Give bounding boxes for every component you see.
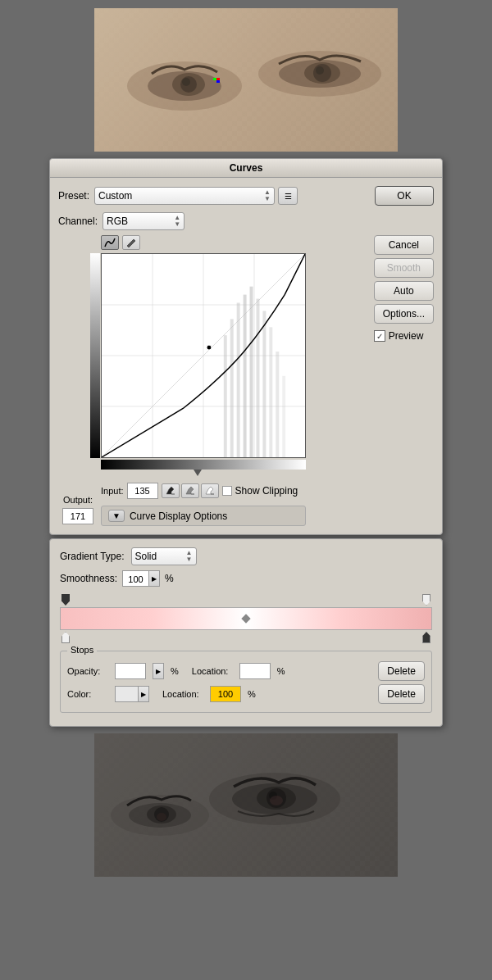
svg-rect-19 — [224, 335, 227, 457]
gradient-type-select[interactable]: Solid ▲▼ — [131, 547, 197, 565]
gradient-midpoint[interactable] — [241, 614, 250, 623]
gradient-type-label: Gradient Type: — [60, 551, 125, 562]
disclosure-arrow[interactable]: ▼ — [108, 510, 125, 522]
smoothness-pct: % — [165, 573, 174, 584]
channel-select[interactable]: RGB ▲▼ — [102, 212, 184, 230]
opacity-location-label: Location: — [192, 666, 233, 676]
svg-rect-42 — [94, 733, 398, 877]
svg-rect-11 — [94, 8, 193, 74]
color-location-pct: % — [248, 689, 256, 699]
svg-rect-26 — [269, 327, 272, 457]
color-swatch[interactable]: ▶ — [115, 686, 149, 702]
color-stop-left[interactable] — [61, 632, 70, 643]
pencil-tool-icon[interactable] — [122, 235, 140, 250]
svg-rect-20 — [230, 319, 234, 457]
opacity-stepper[interactable]: ▶ — [153, 663, 164, 679]
svg-rect-22 — [244, 295, 247, 457]
curves-graph[interactable] — [101, 253, 306, 458]
curves-dialog: Curves Preset: Custom ▲▼ ☰ OK Channel: — [49, 158, 443, 535]
preview-label: Preview — [389, 330, 424, 342]
bottom-image — [94, 733, 398, 877]
svg-rect-27 — [276, 352, 279, 457]
opacity-location-pct: % — [277, 666, 285, 676]
top-image — [94, 8, 398, 152]
smoothness-stepper[interactable]: ▶ — [148, 570, 160, 587]
channel-arrows[interactable]: ▲▼ — [174, 215, 180, 228]
channel-value: RGB — [107, 216, 171, 227]
svg-point-43 — [270, 796, 283, 805]
cancel-button[interactable]: Cancel — [374, 235, 434, 255]
smoothness-input[interactable]: 100 ▶ — [122, 570, 160, 587]
output-label: Output: — [63, 495, 93, 505]
auto-button[interactable]: Auto — [374, 281, 434, 301]
ok-button[interactable]: OK — [375, 186, 434, 206]
gradient-preview[interactable] — [60, 607, 432, 630]
svg-rect-23 — [250, 287, 253, 457]
stops-fieldset: Stops Opacity: ▶ % Location: % Delete Co… — [60, 651, 432, 713]
curve-display-options[interactable]: ▼ Curve Display Options — [101, 506, 306, 526]
output-value[interactable] — [62, 508, 93, 524]
opacity-pct: % — [171, 666, 179, 676]
input-gradient-bar — [101, 460, 306, 470]
color-swatch-arrow[interactable]: ▶ — [138, 686, 149, 702]
opacity-stop-left[interactable] — [61, 594, 70, 606]
opacity-value[interactable] — [115, 663, 146, 679]
gradient-editor-dialog: Gradient Type: Solid ▲▼ Smoothness: 100 … — [49, 538, 443, 727]
delete-opacity-stop-button[interactable]: Delete — [378, 661, 425, 681]
svg-rect-24 — [256, 299, 259, 457]
preset-arrows[interactable]: ▲▼ — [264, 189, 271, 202]
svg-rect-25 — [262, 311, 266, 457]
channel-label: Channel: — [58, 216, 98, 227]
svg-point-29 — [207, 345, 212, 350]
color-stop-right[interactable] — [422, 632, 430, 643]
smoothness-label: Smoothness: — [60, 573, 117, 584]
smooth-button[interactable]: Smooth — [374, 258, 434, 278]
preset-label: Preset: — [58, 190, 89, 202]
show-clipping-checkbox[interactable] — [222, 486, 232, 496]
opacity-stop-right[interactable] — [422, 594, 430, 606]
curve-tool-icon[interactable] — [101, 235, 119, 250]
smoothness-value: 100 — [122, 570, 148, 587]
input-label: Input: — [101, 486, 124, 496]
color-location-value[interactable] — [210, 686, 241, 702]
curves-title: Curves — [50, 159, 442, 178]
svg-point-44 — [157, 813, 166, 821]
gradient-bar-container — [60, 593, 432, 644]
gray-eyedropper-icon[interactable] — [181, 483, 199, 498]
svg-rect-28 — [282, 376, 285, 457]
white-eyedropper-icon[interactable] — [201, 483, 219, 498]
color-location-label: Location: — [162, 689, 203, 699]
options-button[interactable]: Options... — [374, 304, 434, 324]
show-clipping-label: Show Clipping — [235, 485, 298, 497]
curves-menu-icon[interactable]: ☰ — [278, 187, 298, 205]
preset-value: Custom — [98, 190, 261, 202]
color-swatch-box — [115, 686, 138, 702]
stops-legend: Stops — [67, 645, 97, 655]
preview-checkbox[interactable]: ✓ — [374, 330, 385, 342]
color-field-label: Color: — [67, 689, 108, 699]
black-eyedropper-icon[interactable] — [162, 483, 180, 498]
svg-rect-21 — [237, 303, 240, 457]
delete-color-stop-button[interactable]: Delete — [378, 684, 425, 704]
gradient-type-value: Solid — [135, 551, 183, 562]
curve-display-options-label: Curve Display Options — [130, 510, 227, 522]
opacity-location-value[interactable] — [239, 663, 271, 679]
show-clipping-row: Show Clipping — [222, 485, 298, 497]
gradient-type-arrows[interactable]: ▲▼ — [186, 550, 193, 563]
input-value[interactable] — [127, 483, 158, 499]
preset-select[interactable]: Custom ▲▼ — [94, 187, 275, 205]
opacity-field-label: Opacity: — [67, 666, 108, 676]
